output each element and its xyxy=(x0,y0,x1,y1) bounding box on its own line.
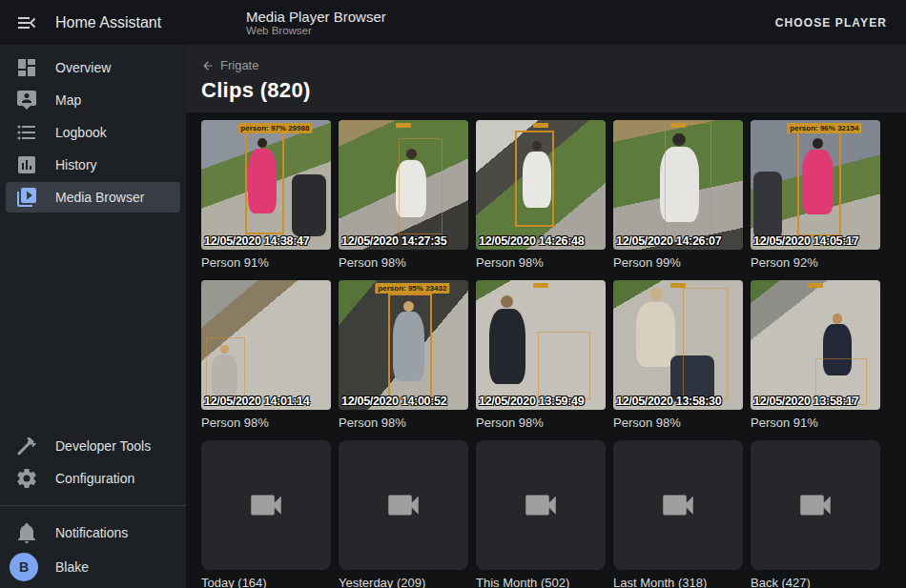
sidebar-item-label: Logbook xyxy=(55,125,107,140)
tooltip-account-icon xyxy=(15,89,38,112)
folder-thumbnail xyxy=(201,440,331,570)
clip-timestamp: 12/05/2020 13:59:49 xyxy=(479,395,584,408)
clip-tile[interactable]: 12/05/2020 14:26:07 Person 99% xyxy=(613,120,743,270)
page-heading: Clips (820) xyxy=(201,78,891,103)
detection-label xyxy=(670,123,686,128)
sidebar-item-map[interactable]: Map xyxy=(6,85,180,115)
hammer-icon xyxy=(15,435,38,457)
folder-thumbnail xyxy=(339,440,468,570)
video-icon xyxy=(246,485,286,525)
folder-thumbnail xyxy=(476,440,606,570)
sidebar-item-history[interactable]: History xyxy=(6,150,180,180)
clip-tile[interactable]: 12/05/2020 14:27:35 Person 98% xyxy=(339,120,468,270)
folder-tile[interactable]: Back (427) xyxy=(751,440,880,588)
clip-tile[interactable]: 12/05/2020 13:59:49 Person 98% xyxy=(476,280,606,430)
sidebar-bottom-nav: Developer Tools Configuration xyxy=(0,429,186,496)
clip-caption: Person 98% xyxy=(476,416,606,430)
clip-timestamp: 12/05/2020 14:05:17 xyxy=(753,234,858,248)
object-silhouette xyxy=(292,174,325,236)
sidebar-item-label: Overview xyxy=(55,60,111,75)
clip-thumbnail: 12/05/2020 14:26:07 xyxy=(613,120,743,250)
sidebar-item-logbook[interactable]: Logbook xyxy=(6,117,180,148)
clip-timestamp: 12/05/2020 14:01:14 xyxy=(204,395,309,408)
clip-tile[interactable]: 12/05/2020 14:01:14 Person 98% xyxy=(201,280,331,430)
sidebar-item-label: Developer Tools xyxy=(55,438,151,454)
clip-caption: Person 99% xyxy=(613,255,743,270)
clip-caption: Person 98% xyxy=(201,416,331,430)
content-app-bar: Media Player Browser Web Browser CHOOSE … xyxy=(186,0,906,45)
sidebar-item-label: Notifications xyxy=(55,525,128,540)
top-bar: Home Assistant Media Player Browser Web … xyxy=(0,0,906,45)
clip-thumbnail: person: 97% 29988 12/05/2020 14:38:47 xyxy=(201,120,331,250)
detection-label xyxy=(808,283,823,288)
detection-box xyxy=(538,332,589,399)
sidebar-item-profile[interactable]: B Blake xyxy=(6,552,180,582)
detection-box xyxy=(206,337,245,402)
clip-tile[interactable]: person: 97% 29988 12/05/2020 14:38:47 Pe… xyxy=(201,120,331,270)
folder-thumbnail xyxy=(613,440,743,570)
clip-timestamp: 12/05/2020 14:26:07 xyxy=(616,234,721,248)
folder-caption: This Month (502) xyxy=(476,576,606,588)
folder-tile[interactable]: Yesterday (209) xyxy=(339,440,468,588)
video-icon xyxy=(658,485,698,525)
clip-tile[interactable]: person: 96% 32154 12/05/2020 14:05:17 Pe… xyxy=(751,120,880,270)
clip-caption: Person 98% xyxy=(613,416,743,430)
sidebar-toggle-icon[interactable] xyxy=(15,11,38,34)
view-dashboard-icon xyxy=(15,56,38,79)
person-silhouette xyxy=(636,288,675,374)
play-box-multiple-icon xyxy=(15,186,38,209)
detection-box xyxy=(515,131,554,227)
clip-thumbnail: 12/05/2020 14:01:14 xyxy=(201,280,331,410)
app-title: Home Assistant xyxy=(55,14,161,31)
person-silhouette xyxy=(489,295,525,394)
detection-box xyxy=(388,294,432,400)
folder-caption: Back (427) xyxy=(751,576,880,588)
folder-tile[interactable]: This Month (502) xyxy=(476,440,606,588)
clip-thumbnail: 12/05/2020 13:59:49 xyxy=(476,280,606,410)
sidebar-main-nav: Overview Map Logbook History Media Brows… xyxy=(0,51,186,214)
sidebar-item-configuration[interactable]: Configuration xyxy=(6,463,180,494)
cog-icon xyxy=(15,467,38,490)
sidebar-item-media-browser[interactable]: Media Browser xyxy=(6,182,180,213)
detection-label: person: 96% 32154 xyxy=(787,123,861,133)
sidebar-item-label: Configuration xyxy=(55,471,134,486)
clip-caption: Person 98% xyxy=(339,255,468,270)
detection-label: person: 97% 29988 xyxy=(237,123,312,133)
detection-box xyxy=(797,128,841,236)
clip-thumbnail: person: 95% 23432 12/05/2020 14:00:52 xyxy=(339,280,468,410)
sidebar-item-developer-tools[interactable]: Developer Tools xyxy=(6,431,180,461)
choose-player-button[interactable]: CHOOSE PLAYER xyxy=(770,9,893,37)
breadcrumb-back[interactable]: Frigate xyxy=(201,58,258,72)
clip-caption: Person 98% xyxy=(339,416,468,430)
folder-tile[interactable]: Last Month (318) xyxy=(613,440,743,588)
clip-timestamp: 12/05/2020 14:38:47 xyxy=(204,234,309,248)
breadcrumb-label: Frigate xyxy=(220,58,258,72)
page-title: Media Player Browser xyxy=(246,9,386,25)
person-body xyxy=(489,309,525,384)
person-head xyxy=(501,295,513,308)
clip-tile[interactable]: 12/05/2020 13:58:17 Person 91% xyxy=(751,280,880,430)
folder-caption: Last Month (318) xyxy=(613,576,743,588)
clip-tile[interactable]: 12/05/2020 14:26:48 Person 98% xyxy=(476,120,606,270)
folder-tile[interactable]: Today (164) xyxy=(201,440,331,588)
sidebar-divider xyxy=(0,505,186,506)
sidebar-item-overview[interactable]: Overview xyxy=(6,52,180,83)
clip-caption: Person 92% xyxy=(751,255,880,270)
clip-tile[interactable]: 12/05/2020 13:58:30 Person 98% xyxy=(613,280,743,430)
clip-tile[interactable]: person: 95% 23432 12/05/2020 14:00:52 Pe… xyxy=(339,280,468,430)
detection-label xyxy=(670,283,686,288)
detection-box xyxy=(683,288,727,399)
detection-label xyxy=(533,123,548,128)
sidebar-item-notifications[interactable]: Notifications xyxy=(6,517,180,548)
sidebar-item-label: History xyxy=(55,157,97,172)
chart-box-icon xyxy=(15,153,38,176)
video-icon xyxy=(795,485,835,525)
page-titles: Media Player Browser Web Browser xyxy=(186,9,386,37)
clip-timestamp: 12/05/2020 14:27:35 xyxy=(341,234,446,248)
media-grid-area: person: 97% 29988 12/05/2020 14:38:47 Pe… xyxy=(186,112,906,588)
format-list-bulleted-icon xyxy=(15,121,38,144)
clip-caption: Person 98% xyxy=(476,255,606,270)
clips-grid: person: 97% 29988 12/05/2020 14:38:47 Pe… xyxy=(201,120,891,588)
person-head xyxy=(649,288,663,301)
user-name: Blake xyxy=(55,559,89,575)
